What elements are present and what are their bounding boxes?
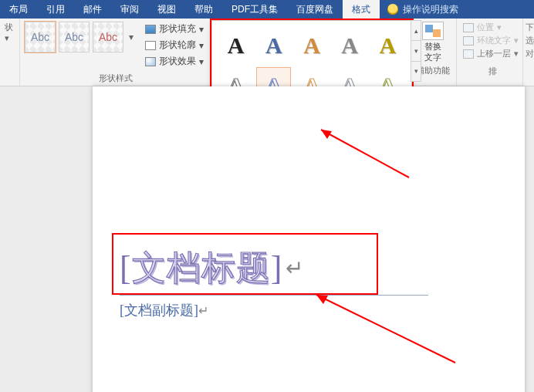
shape-styles-group-label: 形状样式	[25, 71, 206, 84]
tab-layout[interactable]: 布局	[0, 0, 37, 19]
gallery-more-button[interactable]: ▾	[411, 62, 421, 81]
position-icon	[463, 23, 474, 32]
shape-effects-button[interactable]: 形状效果 ▾	[144, 54, 205, 69]
pen-icon	[145, 41, 156, 50]
document-title[interactable]: [文档标题] ↵	[120, 241, 368, 295]
wordart-style-0-4[interactable]: A	[370, 27, 405, 64]
gallery-scroll-down[interactable]: ▾	[411, 41, 421, 61]
document-page[interactable]: [文档标题] ↵ [文档副标题]↵	[93, 86, 525, 392]
wordart-gallery-scroll: ▴ ▾ ▾	[411, 20, 421, 82]
arrange-group-label: 排	[488, 64, 497, 77]
alt-text-button[interactable]: 替换 文字	[422, 22, 444, 62]
tab-review[interactable]: 审阅	[111, 0, 148, 19]
bring-forward-icon	[463, 49, 474, 59]
tab-mailings[interactable]: 邮件	[74, 0, 111, 19]
shape-style-preset-2[interactable]: Abc	[59, 22, 90, 52]
paragraph-mark-icon: ↵	[286, 255, 303, 281]
shape-style-more-button[interactable]: ▾	[127, 22, 136, 52]
wordart-style-0-2[interactable]: A	[294, 27, 329, 64]
group-wordart-styles: AAAAAAAAAAAAAAA ⁞⁚ ▴ ▾ ▾	[211, 19, 410, 86]
ribbon: 状 ▾ Abc Abc Abc ▾ 形状填充 ▾ 形状轮廓 ▾ 形状效果 ▾ 形…	[0, 19, 534, 86]
shape-fill-button[interactable]: 形状填充 ▾	[144, 22, 205, 36]
ribbon-tabs: 布局 引用 邮件 审阅 视图 帮助 PDF工具集 百度网盘 格式 操作说明搜索	[0, 0, 534, 19]
wordart-style-0-0[interactable]: A	[218, 27, 253, 64]
wrap-text-button[interactable]: 环绕文字 ▾	[463, 35, 519, 46]
group-arrange: 位置 ▾ 环绕文字 ▾ 上移一层 ▾ 排	[457, 19, 523, 86]
tab-view[interactable]: 视图	[148, 0, 185, 19]
wordart-style-0-3[interactable]: A	[333, 27, 367, 64]
shape-style-preset-1[interactable]: Abc	[25, 22, 56, 52]
bring-forward-button[interactable]: 上移一层 ▾	[463, 48, 519, 59]
paint-bucket-icon	[145, 25, 156, 34]
tell-me-search[interactable]: 操作说明搜索	[380, 0, 466, 19]
lightbulb-icon	[387, 4, 398, 15]
group-shape-styles: Abc Abc Abc ▾ 形状填充 ▾ 形状轮廓 ▾ 形状效果 ▾ 形状样式	[20, 19, 211, 86]
tab-help[interactable]: 帮助	[185, 0, 222, 19]
tell-me-label: 操作说明搜索	[403, 3, 458, 16]
effects-icon	[145, 57, 156, 66]
alt-text-icon	[422, 22, 444, 40]
group-arrange-right-partial: 下 选 对	[523, 19, 534, 86]
tab-pdf-tools[interactable]: PDF工具集	[222, 0, 287, 19]
document-area: [文档标题] ↵ [文档副标题]↵	[0, 86, 534, 392]
wordart-style-0-1[interactable]: A	[256, 27, 291, 64]
tab-references[interactable]: 引用	[37, 0, 74, 19]
wrap-icon	[463, 36, 474, 46]
chevron-down-icon: ▾	[129, 32, 134, 42]
gallery-scroll-up[interactable]: ▴	[411, 21, 421, 41]
position-button[interactable]: 位置 ▾	[463, 22, 519, 33]
tab-format[interactable]: 格式	[343, 0, 380, 19]
document-subtitle[interactable]: [文档副标题]↵	[120, 301, 208, 319]
shape-style-preset-3[interactable]: Abc	[93, 22, 123, 52]
group-insert-shapes-partial: 状 ▾	[0, 19, 20, 86]
shape-outline-button[interactable]: 形状轮廓 ▾	[144, 38, 205, 52]
tab-baidu-netdisk[interactable]: 百度网盘	[287, 0, 343, 19]
title-underline	[120, 295, 428, 296]
